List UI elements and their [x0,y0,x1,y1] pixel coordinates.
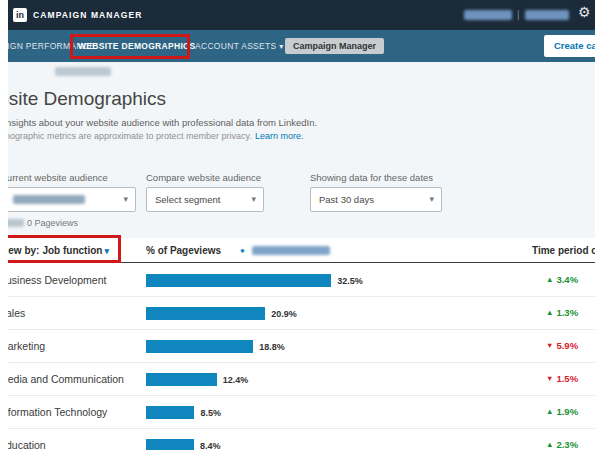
change-label: 1.3% [556,307,578,318]
table-row: Business Development 32.5% ▲3.4% [8,264,595,297]
account-separator: | [517,0,520,30]
bar [146,307,265,320]
row-label: Media and Communication [8,373,124,385]
bar [146,406,194,419]
demographics-table: View by:Job function▾ % of Pageviews ● T… [8,238,595,450]
chevron-down-icon: ▾ [104,246,109,256]
tab-account-assets[interactable]: ACCOUNT ASSETS ▾ [195,30,284,63]
change-label: 2.3% [556,439,578,450]
create-campaign-button[interactable]: Create campaign [544,35,595,57]
view-by-label: View by: [8,245,39,256]
table-row: Information Technology 8.5% ▲1.9% [8,396,595,429]
table-row: Education 8.4% ▲2.3% [8,429,595,450]
page-subtitle: Get insights about your website audience… [8,117,317,128]
view-by-value: Job function [42,245,102,256]
row-label: Business Development [8,274,106,286]
change-label: 1.5% [556,373,578,384]
bar-value-label: 18.8% [259,342,285,352]
dates-filter-label: Showing data for these dates [310,172,433,183]
app-title: CAMPAIGN MANAGER [33,0,143,30]
tab-website-demographics[interactable]: WEBSITE DEMOGRAPHICS [78,30,195,62]
audience-dropdown[interactable]: ▾ [8,187,136,212]
change-indicator: ▲1.9% [546,406,578,417]
trend-arrow-icon: ▲ [546,275,553,284]
legend-dot-icon: ● [240,238,245,263]
dates-dropdown-value: Past 30 days [319,188,374,211]
privacy-note: Demographic metrics are approximate to p… [8,131,303,141]
chevron-down-icon: ▾ [123,188,128,211]
change-label: 3.4% [556,274,578,285]
trend-arrow-icon: ▼ [546,341,553,350]
bar-value-label: 8.4% [200,441,221,450]
table-header: View by:Job function▾ % of Pageviews ● T… [8,238,595,263]
trend-arrow-icon: ▲ [546,440,553,449]
change-label: 5.9% [556,340,578,351]
pageviews-column-header: % of Pageviews [146,238,221,263]
privacy-text: Demographic metrics are approximate to p… [8,131,252,141]
comparison-column-header: Time period comparison [532,238,595,263]
learn-more-link[interactable]: Learn more. [255,131,304,141]
chevron-down-icon: ▾ [429,188,434,211]
nav-bar: CAMPAIGN PERFORMANCE WEBSITE DEMOGRAPHIC… [8,30,595,62]
trend-arrow-icon: ▲ [546,308,553,317]
compare-dropdown-value: Select segment [155,188,220,211]
top-app-bar: in CAMPAIGN MANAGER | ⚙ [8,0,595,30]
pageviews-count: 0 Pageviews [8,218,78,228]
settings-gear-icon[interactable]: ⚙ [578,4,591,20]
change-indicator: ▲1.3% [546,307,578,318]
row-label: Education [8,439,46,450]
bar-value-label: 32.5% [337,276,363,286]
redacted-legend-name [252,246,330,255]
audience-filter-label: Current website audience [8,172,108,183]
redacted-breadcrumb [55,67,111,76]
campaign-manager-chip[interactable]: Campaign Manager [285,38,384,54]
table-row: Marketing 18.8% ▼5.9% [8,330,595,363]
bar-value-label: 20.9% [271,309,297,319]
change-indicator: ▼5.9% [546,340,578,351]
trend-arrow-icon: ▼ [546,374,553,383]
bar-value-label: 12.4% [223,375,249,385]
table-row: Sales 20.9% ▲1.3% [8,297,595,330]
redacted-account-name [464,10,512,20]
tab-account-assets-label: ACCOUNT ASSETS [195,41,277,51]
view-by-selector[interactable]: View by:Job function▾ [8,238,109,264]
change-label: 1.9% [556,406,578,417]
change-indicator: ▲3.4% [546,274,578,285]
app-window: in CAMPAIGN MANAGER | ⚙ CAMPAIGN PERFORM… [8,0,595,450]
redacted-account-id [525,10,569,20]
chevron-down-icon: ▾ [251,188,256,211]
chevron-down-icon: ▾ [279,42,283,51]
change-indicator: ▼1.5% [546,373,578,384]
dates-dropdown[interactable]: Past 30 days ▾ [310,187,442,212]
bar [146,439,194,450]
page-title: Website Demographics [8,88,166,110]
bar [146,373,217,386]
redacted-audience-value [13,195,85,204]
linkedin-logo-icon: in [13,8,27,22]
compare-filter-label: Compare website audience [146,172,261,183]
row-label: Marketing [8,340,45,352]
table-row: Media and Communication 12.4% ▼1.5% [8,363,595,396]
redacted-count [8,219,24,227]
pageviews-text: 0 Pageviews [27,218,78,228]
change-indicator: ▲2.3% [546,439,578,450]
screenshot-root: in CAMPAIGN MANAGER | ⚙ CAMPAIGN PERFORM… [0,0,600,450]
trend-arrow-icon: ▲ [546,407,553,416]
compare-dropdown[interactable]: Select segment ▾ [146,187,264,212]
bar-value-label: 8.5% [200,408,221,418]
bar [146,274,331,287]
bar [146,340,253,353]
row-label: Information Technology [8,406,107,418]
row-label: Sales [8,307,25,319]
